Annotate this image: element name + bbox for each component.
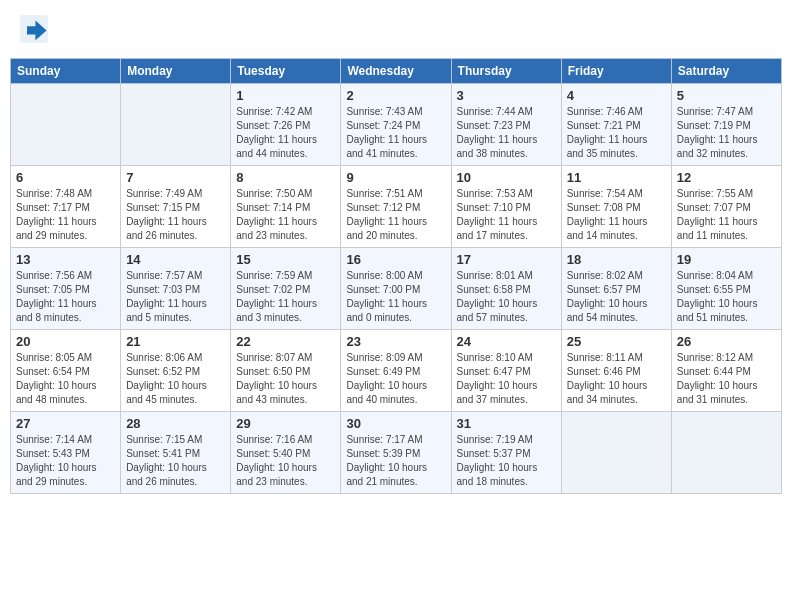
calendar-day-cell: 11Sunrise: 7:54 AM Sunset: 7:08 PM Dayli…: [561, 166, 671, 248]
day-info: Sunrise: 8:06 AM Sunset: 6:52 PM Dayligh…: [126, 351, 225, 407]
day-info: Sunrise: 7:48 AM Sunset: 7:17 PM Dayligh…: [16, 187, 115, 243]
day-number: 3: [457, 88, 556, 103]
day-number: 14: [126, 252, 225, 267]
column-header-friday: Friday: [561, 59, 671, 84]
day-number: 19: [677, 252, 776, 267]
calendar-day-cell: 13Sunrise: 7:56 AM Sunset: 7:05 PM Dayli…: [11, 248, 121, 330]
day-info: Sunrise: 7:43 AM Sunset: 7:24 PM Dayligh…: [346, 105, 445, 161]
column-header-monday: Monday: [121, 59, 231, 84]
day-info: Sunrise: 8:05 AM Sunset: 6:54 PM Dayligh…: [16, 351, 115, 407]
day-info: Sunrise: 8:12 AM Sunset: 6:44 PM Dayligh…: [677, 351, 776, 407]
logo: [20, 15, 52, 43]
day-info: Sunrise: 8:09 AM Sunset: 6:49 PM Dayligh…: [346, 351, 445, 407]
calendar-day-cell: 17Sunrise: 8:01 AM Sunset: 6:58 PM Dayli…: [451, 248, 561, 330]
day-number: 1: [236, 88, 335, 103]
day-number: 27: [16, 416, 115, 431]
day-number: 17: [457, 252, 556, 267]
calendar-day-cell: 9Sunrise: 7:51 AM Sunset: 7:12 PM Daylig…: [341, 166, 451, 248]
day-info: Sunrise: 8:07 AM Sunset: 6:50 PM Dayligh…: [236, 351, 335, 407]
day-info: Sunrise: 7:54 AM Sunset: 7:08 PM Dayligh…: [567, 187, 666, 243]
day-number: 7: [126, 170, 225, 185]
day-number: 29: [236, 416, 335, 431]
column-header-tuesday: Tuesday: [231, 59, 341, 84]
day-number: 2: [346, 88, 445, 103]
calendar-day-cell: 28Sunrise: 7:15 AM Sunset: 5:41 PM Dayli…: [121, 412, 231, 494]
column-header-wednesday: Wednesday: [341, 59, 451, 84]
calendar-table: SundayMondayTuesdayWednesdayThursdayFrid…: [10, 58, 782, 494]
day-info: Sunrise: 8:11 AM Sunset: 6:46 PM Dayligh…: [567, 351, 666, 407]
day-number: 31: [457, 416, 556, 431]
day-info: Sunrise: 7:57 AM Sunset: 7:03 PM Dayligh…: [126, 269, 225, 325]
calendar-day-cell: 10Sunrise: 7:53 AM Sunset: 7:10 PM Dayli…: [451, 166, 561, 248]
calendar-day-cell: 27Sunrise: 7:14 AM Sunset: 5:43 PM Dayli…: [11, 412, 121, 494]
calendar-day-cell: 23Sunrise: 8:09 AM Sunset: 6:49 PM Dayli…: [341, 330, 451, 412]
calendar-day-cell: 26Sunrise: 8:12 AM Sunset: 6:44 PM Dayli…: [671, 330, 781, 412]
day-info: Sunrise: 8:04 AM Sunset: 6:55 PM Dayligh…: [677, 269, 776, 325]
calendar-day-cell: 21Sunrise: 8:06 AM Sunset: 6:52 PM Dayli…: [121, 330, 231, 412]
calendar-day-cell: [671, 412, 781, 494]
day-number: 20: [16, 334, 115, 349]
calendar-day-cell: 31Sunrise: 7:19 AM Sunset: 5:37 PM Dayli…: [451, 412, 561, 494]
day-number: 15: [236, 252, 335, 267]
day-number: 21: [126, 334, 225, 349]
calendar-header-row: SundayMondayTuesdayWednesdayThursdayFrid…: [11, 59, 782, 84]
day-number: 4: [567, 88, 666, 103]
day-info: Sunrise: 7:50 AM Sunset: 7:14 PM Dayligh…: [236, 187, 335, 243]
day-info: Sunrise: 7:17 AM Sunset: 5:39 PM Dayligh…: [346, 433, 445, 489]
day-number: 25: [567, 334, 666, 349]
page-header: [10, 10, 782, 48]
column-header-saturday: Saturday: [671, 59, 781, 84]
calendar-day-cell: 22Sunrise: 8:07 AM Sunset: 6:50 PM Dayli…: [231, 330, 341, 412]
day-number: 8: [236, 170, 335, 185]
calendar-day-cell: 4Sunrise: 7:46 AM Sunset: 7:21 PM Daylig…: [561, 84, 671, 166]
day-number: 24: [457, 334, 556, 349]
day-number: 12: [677, 170, 776, 185]
calendar-day-cell: 24Sunrise: 8:10 AM Sunset: 6:47 PM Dayli…: [451, 330, 561, 412]
day-info: Sunrise: 7:14 AM Sunset: 5:43 PM Dayligh…: [16, 433, 115, 489]
column-header-thursday: Thursday: [451, 59, 561, 84]
day-number: 18: [567, 252, 666, 267]
day-number: 16: [346, 252, 445, 267]
calendar-day-cell: 29Sunrise: 7:16 AM Sunset: 5:40 PM Dayli…: [231, 412, 341, 494]
calendar-day-cell: 2Sunrise: 7:43 AM Sunset: 7:24 PM Daylig…: [341, 84, 451, 166]
day-info: Sunrise: 7:51 AM Sunset: 7:12 PM Dayligh…: [346, 187, 445, 243]
calendar-day-cell: 5Sunrise: 7:47 AM Sunset: 7:19 PM Daylig…: [671, 84, 781, 166]
day-number: 30: [346, 416, 445, 431]
calendar-week-row: 20Sunrise: 8:05 AM Sunset: 6:54 PM Dayli…: [11, 330, 782, 412]
calendar-week-row: 27Sunrise: 7:14 AM Sunset: 5:43 PM Dayli…: [11, 412, 782, 494]
calendar-day-cell: 20Sunrise: 8:05 AM Sunset: 6:54 PM Dayli…: [11, 330, 121, 412]
logo-icon: [20, 15, 48, 43]
day-number: 11: [567, 170, 666, 185]
day-info: Sunrise: 7:59 AM Sunset: 7:02 PM Dayligh…: [236, 269, 335, 325]
day-number: 6: [16, 170, 115, 185]
calendar-day-cell: [121, 84, 231, 166]
calendar-day-cell: [11, 84, 121, 166]
day-number: 28: [126, 416, 225, 431]
calendar-day-cell: 3Sunrise: 7:44 AM Sunset: 7:23 PM Daylig…: [451, 84, 561, 166]
day-number: 9: [346, 170, 445, 185]
day-info: Sunrise: 7:15 AM Sunset: 5:41 PM Dayligh…: [126, 433, 225, 489]
day-info: Sunrise: 8:02 AM Sunset: 6:57 PM Dayligh…: [567, 269, 666, 325]
day-info: Sunrise: 7:42 AM Sunset: 7:26 PM Dayligh…: [236, 105, 335, 161]
day-info: Sunrise: 8:01 AM Sunset: 6:58 PM Dayligh…: [457, 269, 556, 325]
calendar-day-cell: 14Sunrise: 7:57 AM Sunset: 7:03 PM Dayli…: [121, 248, 231, 330]
day-number: 22: [236, 334, 335, 349]
calendar-day-cell: 16Sunrise: 8:00 AM Sunset: 7:00 PM Dayli…: [341, 248, 451, 330]
day-info: Sunrise: 7:46 AM Sunset: 7:21 PM Dayligh…: [567, 105, 666, 161]
day-info: Sunrise: 7:56 AM Sunset: 7:05 PM Dayligh…: [16, 269, 115, 325]
calendar-day-cell: [561, 412, 671, 494]
day-number: 10: [457, 170, 556, 185]
day-info: Sunrise: 7:19 AM Sunset: 5:37 PM Dayligh…: [457, 433, 556, 489]
day-info: Sunrise: 7:47 AM Sunset: 7:19 PM Dayligh…: [677, 105, 776, 161]
day-info: Sunrise: 8:00 AM Sunset: 7:00 PM Dayligh…: [346, 269, 445, 325]
day-number: 5: [677, 88, 776, 103]
day-number: 23: [346, 334, 445, 349]
calendar-day-cell: 30Sunrise: 7:17 AM Sunset: 5:39 PM Dayli…: [341, 412, 451, 494]
calendar-week-row: 6Sunrise: 7:48 AM Sunset: 7:17 PM Daylig…: [11, 166, 782, 248]
calendar-day-cell: 19Sunrise: 8:04 AM Sunset: 6:55 PM Dayli…: [671, 248, 781, 330]
day-info: Sunrise: 7:44 AM Sunset: 7:23 PM Dayligh…: [457, 105, 556, 161]
calendar-week-row: 13Sunrise: 7:56 AM Sunset: 7:05 PM Dayli…: [11, 248, 782, 330]
calendar-day-cell: 25Sunrise: 8:11 AM Sunset: 6:46 PM Dayli…: [561, 330, 671, 412]
calendar-week-row: 1Sunrise: 7:42 AM Sunset: 7:26 PM Daylig…: [11, 84, 782, 166]
day-info: Sunrise: 8:10 AM Sunset: 6:47 PM Dayligh…: [457, 351, 556, 407]
